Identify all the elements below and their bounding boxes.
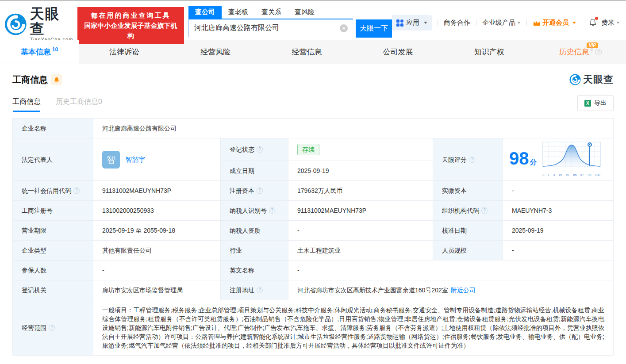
- tab-intellectual-property[interactable]: 知识产权: [444, 40, 535, 64]
- field-label-establish-date: 成立日期: [221, 161, 288, 181]
- tianyancha-logo-icon: [569, 74, 581, 85]
- help-icon[interactable]: ?: [257, 287, 263, 293]
- notifications-button[interactable]: [589, 18, 597, 28]
- field-value-establish-date: 2025-09-19: [288, 161, 433, 181]
- table-row: 登记机关 廊坊市安次区市场监督管理局 注册地址? 河北省廊坊市安次区高新技术产业…: [13, 280, 614, 300]
- field-label-reg-authority: 登记机关: [13, 280, 93, 300]
- promo-banner-line2: 国家中小企业发展子基金旗下机构: [82, 20, 179, 41]
- field-value-staff-size: -: [503, 241, 614, 261]
- enterprise-products-link[interactable]: 企业级产品: [482, 19, 521, 27]
- search-tabs: 查公司 查老板 查关系 查风险: [188, 6, 353, 19]
- field-value-score: 98分: [503, 138, 614, 181]
- svg-text:X: X: [586, 101, 589, 106]
- field-label-taxpayer-qual: 纳税人资质: [221, 221, 288, 241]
- table-row: 营业期限 2025-09-19 至 2055-09-18 纳税人资质 - 核准日…: [13, 221, 614, 241]
- help-icon[interactable]: ?: [73, 188, 80, 194]
- field-value-approval-date: 2025-09-19: [503, 221, 614, 241]
- divider: [438, 19, 438, 26]
- table-row: 工商注册号 131002000250933 纳税人识别号? 91131002MA…: [13, 201, 614, 221]
- score-value: 98分: [509, 149, 537, 172]
- help-icon[interactable]: ?: [595, 49, 602, 55]
- field-label-reg-status: 登记状态?: [221, 138, 288, 161]
- field-value-reg-authority: 廊坊市安次区市场监督管理局: [93, 280, 221, 300]
- legal-rep-avatar[interactable]: 智: [102, 151, 120, 169]
- field-value-reg-capital: 179632万人民币: [288, 181, 433, 201]
- field-value-insured: -: [93, 261, 221, 280]
- help-icon[interactable]: ?: [269, 207, 275, 214]
- promo-banner: 都在用的商业查询工具 国家中小企业发展子基金旗下机构: [77, 7, 184, 44]
- search-tab-relation[interactable]: 查关系: [255, 6, 288, 19]
- field-value-company-type: 其他有限责任公司: [93, 241, 221, 261]
- table-row: 参保人数 - 英文名称 -: [13, 261, 614, 280]
- field-value-reg-status: 存续: [288, 138, 433, 161]
- field-label-english-name: 英文名称: [221, 261, 288, 280]
- field-label-org-code: 组织机构代码?: [433, 201, 503, 221]
- export-button[interactable]: X 导出: [577, 95, 614, 111]
- tab-basic-info-count: 10: [52, 46, 58, 53]
- field-value-reg-number: 131002000250933: [93, 201, 221, 221]
- field-value-legal-rep: 智 智韶宇: [93, 138, 221, 181]
- field-label-business-scope: 经营范围?: [13, 300, 93, 356]
- user-menu[interactable]: 费米: [601, 19, 620, 27]
- help-icon[interactable]: ?: [469, 157, 475, 163]
- notification-dot: [595, 17, 598, 20]
- field-value-reg-address: 河北省廊坊市安次区高新技术产业园富余道160号202室附近公司: [288, 280, 614, 300]
- field-value-paid-capital: -: [503, 181, 614, 201]
- subtab-history-business-info[interactable]: 历史工商信息0: [56, 97, 102, 112]
- open-vip-button[interactable]: 开通会员: [533, 19, 576, 27]
- apps-menu-button[interactable]: 应用: [392, 15, 432, 31]
- caret-down-icon: [572, 22, 576, 24]
- field-value-business-scope: 一般项目：工程管理服务;税务服务;企业总部管理;项目策划与公关服务;科技中介服务…: [93, 300, 614, 356]
- field-value-business-term: 2025-09-19 至 2055-09-18: [93, 221, 221, 241]
- section-header: 工商信息 天眼查: [0, 64, 626, 86]
- business-info-table: 企业名称 河北唐廊高速公路有限公司 法定代表人 智 智韶宇 登记状态? 存续 天…: [12, 118, 614, 356]
- promo-banner-line1: 都在用的商业查询工具: [82, 10, 179, 20]
- divider: [582, 19, 582, 26]
- help-icon[interactable]: ?: [257, 188, 263, 194]
- nearby-companies-link[interactable]: 附近公司: [451, 287, 476, 294]
- tianyancha-logo[interactable]: 天眼查 TianYanCha.com: [4, 6, 74, 42]
- tianyancha-logo-icon: [4, 13, 27, 36]
- divider: [476, 19, 476, 26]
- search-tab-risk[interactable]: 查风险: [288, 6, 321, 19]
- field-label-company-name: 企业名称: [13, 119, 93, 138]
- table-row: 统一社会信用代码? 91131002MAEUYNH73P 注册资本? 17963…: [13, 181, 614, 201]
- caret-down-icon: [616, 22, 620, 24]
- username: 费米: [601, 19, 614, 27]
- help-icon[interactable]: ?: [257, 146, 263, 153]
- search-tab-company[interactable]: 查公司: [188, 6, 222, 19]
- tab-legal-proceedings[interactable]: 法律诉讼: [79, 40, 170, 64]
- field-label-business-term: 营业期限: [13, 221, 93, 241]
- field-label-paid-capital: 实缴资本: [433, 181, 503, 201]
- field-value-taxpayer-id: 91131002MAEUYNH73P: [288, 201, 433, 221]
- table-row: 经营范围? 一般项目：工程管理服务;税务服务;企业总部管理;项目策划与公关服务;…: [13, 300, 614, 356]
- help-icon[interactable]: ?: [481, 207, 488, 214]
- tab-history-info[interactable]: VIP 历史信息 1 ?: [535, 40, 626, 64]
- tab-company-development[interactable]: 公司发展: [353, 40, 444, 64]
- search-tab-boss[interactable]: 查老板: [222, 6, 255, 19]
- cooperation-link[interactable]: 商务合作: [444, 19, 470, 27]
- table-row: 企业名称 河北唐廊高速公路有限公司: [13, 119, 614, 138]
- table-row: 企业类型 其他有限责任公司 行业 土木工程建筑业 人员规模 -: [13, 241, 614, 261]
- caret-down-icon: [517, 22, 521, 24]
- subscribe-bell-button[interactable]: [51, 74, 62, 85]
- excel-icon: X: [584, 100, 591, 107]
- field-label-score: 天眼评分?: [433, 138, 503, 181]
- help-icon[interactable]: ?: [49, 325, 55, 331]
- logo-brand-text: 天眼查: [30, 6, 74, 36]
- field-label-approval-date: 核准日期: [433, 221, 503, 241]
- search-button[interactable]: 天眼一下: [356, 19, 392, 38]
- tab-operating-risk[interactable]: 经营风险: [170, 40, 261, 64]
- subtab-business-info[interactable]: 工商信息: [12, 97, 41, 112]
- search-input[interactable]: [188, 19, 352, 37]
- watermark-logo: 天眼查: [569, 73, 614, 86]
- field-value-industry: 土木工程建筑业: [288, 241, 433, 261]
- tab-basic-info[interactable]: 基本信息 10: [0, 40, 79, 64]
- field-value-taxpayer-qual: -: [288, 221, 433, 241]
- field-value-org-code: MAEUYNH7-3: [503, 201, 614, 221]
- tab-operating-info[interactable]: 经营信息: [261, 40, 352, 64]
- field-label-taxpayer-id: 纳税人识别号?: [221, 201, 288, 221]
- score-curve: [542, 142, 601, 168]
- field-label-uscc: 统一社会信用代码?: [13, 181, 93, 201]
- legal-rep-link[interactable]: 智韶宇: [125, 155, 145, 164]
